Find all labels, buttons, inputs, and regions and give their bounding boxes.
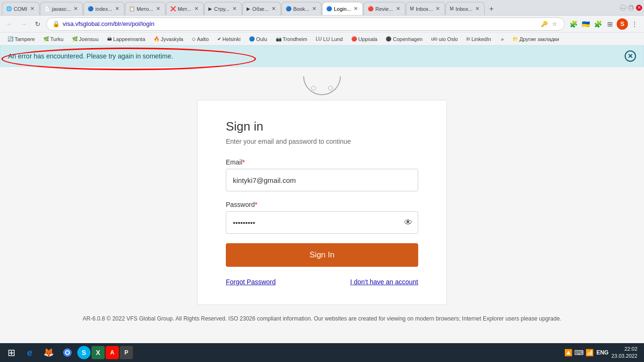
key-icon[interactable]: 🔑 <box>540 20 548 28</box>
puzzle-icon[interactable]: 🧩 <box>592 18 603 30</box>
tab-favicon: 🌐 <box>6 6 12 11</box>
bookmark-label: Helsinki <box>223 36 241 42</box>
bookmark-aalto[interactable]: ◇Aalto <box>188 35 213 43</box>
taskbar-app8[interactable]: P <box>120 346 133 359</box>
tab-close-icon[interactable]: ✕ <box>474 5 480 12</box>
tabs-area: 🌐 COMI ✕ 📄 javasc... ✕ 🔵 index... ✕ 📋 Ме… <box>2 0 616 15</box>
tab-close-icon[interactable]: ✕ <box>193 5 199 12</box>
no-account-link[interactable]: I don't have an account <box>350 278 418 286</box>
footer-text: AR-6.0.8 © 2022 VFS Global Group. All Ri… <box>83 314 561 323</box>
bookmark-turku[interactable]: 🌿Turku <box>40 35 67 43</box>
tab-favicon: ▶ <box>247 6 250 11</box>
taskbar-time-value: 22:02 <box>611 346 637 353</box>
taskbar-language[interactable]: ENG <box>596 349 609 356</box>
email-input[interactable] <box>226 169 418 191</box>
browser-tab-review[interactable]: 🔴 Revie... ✕ <box>363 2 405 15</box>
error-close-button[interactable]: ✕ <box>625 50 636 62</box>
browser-tab-js[interactable]: 📄 javasc... ✕ <box>40 2 83 15</box>
address-bar[interactable]: 🔒 visa.vfsglobal.com/blr/en/pol/login 🔑 … <box>46 17 565 31</box>
bookmarks-bar: 🔄Tampere🌿Turku🌿Joensuu🏔Lappeenranta🔥Jyva… <box>0 32 644 45</box>
tab-label: javasc... <box>52 6 71 12</box>
tab-label: Book... <box>293 6 309 12</box>
maximize-button[interactable]: ❐ <box>628 5 634 11</box>
tab-close-icon[interactable]: ✕ <box>395 5 401 12</box>
tray-network-icon: 🔼 <box>564 349 572 356</box>
forward-button[interactable]: → <box>18 18 29 30</box>
browser-tab-com[interactable]: 🌐 COMI ✕ <box>2 2 40 15</box>
tab-close-icon[interactable]: ✕ <box>231 5 238 12</box>
tab-close-icon[interactable]: ✕ <box>435 5 441 12</box>
browser-tab-metro2[interactable]: ❌ Мет... ✕ <box>166 2 204 15</box>
new-tab-button[interactable]: + <box>485 3 497 15</box>
flag-icon[interactable]: 🇺🇦 <box>580 18 591 30</box>
password-label: Password* <box>226 201 418 208</box>
browser-tab-index[interactable]: 🔵 index... ✕ <box>83 2 124 15</box>
taskbar-skype[interactable]: S <box>77 346 91 359</box>
bookmark-lappeenranta[interactable]: 🏔Lappeenranta <box>103 35 149 43</box>
taskbar-excel[interactable]: X <box>91 346 105 359</box>
bookmark-joensuu[interactable]: 🌿Joensuu <box>68 35 103 43</box>
tab-close-icon[interactable]: ✕ <box>271 5 277 12</box>
bookmark-label: Другие закладки <box>520 36 559 42</box>
sign-in-title: Sign in <box>226 119 418 134</box>
bookmark-jyvaskyla[interactable]: 🔥Jyvaskyla <box>150 35 187 43</box>
logo-area <box>303 76 341 95</box>
sign-in-button[interactable]: Sign In <box>226 243 418 267</box>
star-icon[interactable]: ☆ <box>550 20 559 28</box>
bookmark-favicon: 🔄 <box>8 36 13 41</box>
tab-close-icon[interactable]: ✕ <box>29 5 35 12</box>
start-button[interactable]: ⊞ <box>3 344 20 361</box>
tab-label: Мет... <box>178 6 191 12</box>
taskbar-chrome[interactable] <box>58 344 76 361</box>
tab-close-icon[interactable]: ✕ <box>155 5 161 12</box>
tab-close-icon[interactable]: ✕ <box>311 5 317 12</box>
tab-close-icon[interactable]: ✕ <box>114 5 120 12</box>
browser-tab-stru[interactable]: ▶ Стру... ✕ <box>204 2 242 15</box>
extensions-icon[interactable]: 🧩 <box>568 18 579 30</box>
taskbar-acrobat[interactable]: A <box>106 346 119 359</box>
password-input[interactable] <box>226 211 418 234</box>
bookmark-trondheim[interactable]: 📷Trondheim <box>272 35 311 43</box>
bookmark-favicon: 📁 <box>512 36 518 41</box>
forgot-password-link[interactable]: Forgot Password <box>226 278 276 286</box>
login-card: Sign in Enter your email and password to… <box>197 100 447 305</box>
bookmark-tampere[interactable]: 🔄Tampere <box>4 35 39 43</box>
error-banner: An error has encountered. Please try aga… <box>0 45 644 67</box>
tab-close-icon[interactable]: ✕ <box>73 5 79 12</box>
tab-label: Стру... <box>214 6 230 12</box>
bookmark-linkedin[interactable]: inLinkedIn <box>462 35 495 43</box>
taskbar-ie[interactable]: e <box>21 344 39 361</box>
browser-tab-inbox2[interactable]: M Inbox... ✕ <box>446 2 485 15</box>
browser-tab-login[interactable]: 🔵 Login... ✕ <box>322 2 363 15</box>
error-message: An error has encountered. Please try aga… <box>8 52 173 60</box>
bookmark-»[interactable]: » <box>496 35 508 43</box>
browser-tab-book[interactable]: 🔵 Book... ✕ <box>281 2 322 15</box>
profile-icon[interactable]: S <box>617 18 628 30</box>
bookmark-oulu[interactable]: 🔵Oulu <box>245 35 271 43</box>
footer: AR-6.0.8 © 2022 VFS Global Group. All Ri… <box>64 305 580 332</box>
bookmark-favicon: ✔ <box>217 36 221 41</box>
tab-favicon: 🔵 <box>88 6 93 11</box>
back-button[interactable]: ← <box>4 18 15 30</box>
minimize-button[interactable]: — <box>620 5 626 11</box>
bookmark-favicon: 🔵 <box>249 36 255 41</box>
browser-tab-inbox1[interactable]: M Inbox... ✕ <box>406 2 445 15</box>
browser-tab-obz[interactable]: ▶ Обзе... ✕ <box>242 2 281 15</box>
toolbar-icons: 🧩 🇺🇦 🧩 ⊞ S ⋮ <box>568 18 640 30</box>
bookmark-lu-lund[interactable]: LULU Lund <box>312 35 347 43</box>
bookmark-другие-закладки[interactable]: 📁Другие закладки <box>509 35 563 43</box>
tab-label: Обзе... <box>252 6 269 12</box>
bookmark-uppsala[interactable]: 🔴Uppsala <box>347 35 381 43</box>
close-window-button[interactable]: ✕ <box>636 5 642 11</box>
taskbar-firefox[interactable]: 🦊 <box>40 344 58 361</box>
grid-icon[interactable]: ⊞ <box>604 18 616 30</box>
tab-close-icon[interactable]: ✕ <box>353 5 359 12</box>
menu-icon[interactable]: ⋮ <box>629 18 640 30</box>
refresh-button[interactable]: ↻ <box>32 18 43 30</box>
browser-tab-metro1[interactable]: 📋 Мето... ✕ <box>125 2 165 15</box>
password-toggle-icon[interactable]: 👁 <box>404 218 413 228</box>
bookmark-uio-oslo[interactable]: uiouio Oslo <box>427 35 462 43</box>
bookmark-favicon: 🌿 <box>72 36 78 41</box>
bookmark-helsinki[interactable]: ✔Helsinki <box>214 35 245 43</box>
bookmark-copenhagen[interactable]: ⚫Copenhagen <box>382 35 426 43</box>
